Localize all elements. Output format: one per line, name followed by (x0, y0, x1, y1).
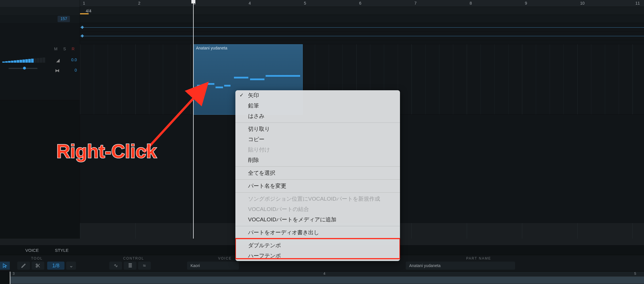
mini-bar-num: 3 (13, 272, 15, 276)
pan-value[interactable]: 0 (75, 68, 77, 72)
partname-value: Anatani yudaneta (409, 263, 441, 268)
mini-playhead[interactable] (10, 272, 10, 284)
ctx-separator (235, 179, 400, 180)
ctx-item-label: はさみ (248, 113, 264, 119)
track-header[interactable]: M S R ◢ 0.0 ⧓ 0 (0, 44, 80, 100)
voice-select[interactable]: Kaori (187, 262, 239, 270)
tab-voice[interactable]: VOICE (17, 245, 47, 255)
ruler-bar-num: 11 (635, 1, 640, 5)
tool-pencil-button[interactable] (17, 262, 30, 270)
tempo-gutter: 157 (0, 15, 80, 23)
record-button[interactable]: R (72, 47, 77, 51)
global-line (80, 36, 644, 36)
ctx-item-label: ハーフテンポ (248, 253, 281, 259)
solo-button[interactable]: S (63, 47, 68, 51)
mini-ruler[interactable]: 3 4 5 (10, 272, 644, 276)
control-pitch-button[interactable]: ∿ (109, 262, 122, 270)
ctx-item-double-tempo[interactable]: ダブルテンポ (235, 240, 400, 251)
ctx-item-label: 切り取り (248, 126, 270, 132)
playhead[interactable] (193, 0, 194, 239)
ctx-item-label: パート名を変更 (248, 183, 286, 189)
group-label-control: CONTROL (123, 256, 144, 260)
ctx-item-paste: 貼り付け (235, 145, 400, 155)
ctx-item-rename-part[interactable]: パート名を変更 (235, 181, 400, 191)
global-line (80, 27, 644, 28)
mini-bar-num: 5 (634, 272, 636, 276)
ctx-item-delete[interactable]: 削除 (235, 155, 400, 165)
svg-point-2 (36, 266, 37, 268)
quantize-select[interactable]: 1/8 (47, 262, 64, 270)
track-state-buttons: M S R (54, 47, 77, 51)
ctx-item-new-part-at-songpos: ソングポジション位置にVOCALOIDパートを新規作成 (235, 194, 400, 204)
ctx-item-select-all[interactable]: 全てを選択 (235, 168, 400, 178)
global-lane-gutter (0, 23, 80, 32)
context-menu: ✓ 矢印 鉛筆 はさみ 切り取り コピー 貼り付け 削除 全てを選択 パート名を… (235, 90, 400, 261)
ruler-bar-num: 7 (414, 1, 417, 5)
ctx-item-copy[interactable]: コピー (235, 134, 400, 145)
ctx-item-label: パートをオーディオ書き出し (248, 229, 319, 235)
playhead-handle[interactable] (191, 0, 195, 3)
chevron-down-icon: ⌄ (69, 262, 73, 269)
tool-scissors-button[interactable] (32, 262, 44, 270)
ctx-item-half-tempo[interactable]: ハーフテンポ (235, 251, 400, 261)
ctx-item-label: VOCALOIDパートをメディアに追加 (248, 216, 336, 222)
ctx-item-merge-parts: VOCALOIDパートの結合 (235, 204, 400, 214)
tempo-row[interactable]: 157 (0, 15, 644, 23)
ctx-item-cut[interactable]: 切り取り (235, 124, 400, 134)
ctx-item-add-to-media[interactable]: VOCALOIDパートをメディアに追加 (235, 214, 400, 225)
mute-button[interactable]: M (54, 47, 60, 51)
group-label-tool: TOOL (31, 256, 43, 260)
cursor-tool-button[interactable] (0, 262, 10, 270)
ctx-item-label: コピー (248, 136, 264, 142)
volume-meter[interactable] (2, 59, 48, 63)
control-vibrato-button[interactable]: ≈ (138, 262, 151, 270)
ctx-separator (235, 239, 400, 239)
ctx-separator (235, 122, 400, 123)
timesig-row[interactable]: 4/4 (0, 7, 644, 15)
ctx-item-label: ソングポジション位置にVOCALOIDパートを新規作成 (248, 196, 380, 202)
ruler-bar-num: 8 (470, 1, 472, 5)
control-dynamics-button[interactable]: ≣ (124, 262, 136, 270)
quantize-dropdown-button[interactable]: ⌄ (66, 262, 76, 270)
ctx-item-pencil[interactable]: 鉛筆 (235, 101, 400, 111)
global-lane-1[interactable] (0, 23, 644, 32)
mini-bar-num: 4 (323, 272, 325, 276)
track-list-empty[interactable] (0, 100, 80, 239)
ruler-bar-num: 2 (138, 1, 140, 5)
global-lane-spacer (0, 40, 644, 44)
checkmark-icon: ✓ (239, 92, 244, 98)
mini-gutter (0, 272, 10, 284)
global-lane-2[interactable] (0, 32, 644, 40)
ctx-item-label: 貼り付け (248, 147, 270, 153)
ctx-separator (235, 166, 400, 167)
global-node[interactable] (81, 26, 84, 29)
mini-clip[interactable] (10, 277, 644, 283)
ruler-bar-num: 1 (83, 1, 85, 5)
partname-field[interactable]: Anatani yudaneta (406, 262, 515, 270)
volume-db[interactable]: 0.0 (71, 57, 77, 62)
ctx-item-arrow[interactable]: ✓ 矢印 (235, 90, 400, 101)
ctx-item-label: VOCALOIDパートの結合 (248, 206, 309, 212)
ctx-item-label: 鉛筆 (248, 103, 259, 109)
bar-ruler[interactable]: 1 2 3 4 5 6 7 8 9 10 11 (0, 0, 644, 7)
ruler-bar-num: 4 (249, 1, 251, 5)
ctx-item-export-audio[interactable]: パートをオーディオ書き出し (235, 227, 400, 238)
global-lane-gutter (0, 40, 80, 44)
ctx-item-label: 削除 (248, 157, 259, 163)
pan-slider-knob[interactable] (23, 67, 26, 70)
mini-timeline[interactable]: 3 4 5 (0, 271, 644, 284)
ctx-separator (235, 192, 400, 193)
voice-value: Kaori (190, 263, 200, 268)
timesig-value[interactable]: 4/4 (83, 8, 94, 14)
ctx-item-label: 矢印 (248, 92, 259, 98)
ctx-item-scissors[interactable]: はさみ (235, 111, 400, 121)
global-node[interactable] (81, 34, 84, 37)
tab-style[interactable]: STYLE (47, 245, 77, 255)
ruler-bar-num: 9 (525, 1, 527, 5)
group-label-voice: VOICE (218, 256, 232, 260)
ruler-bar-num: 6 (359, 1, 361, 5)
pan-icon: ⧓ (55, 68, 60, 73)
mini-lane[interactable] (10, 276, 644, 284)
ruler-bar-num: 5 (304, 1, 306, 5)
tempo-value[interactable]: 157 (58, 16, 70, 22)
